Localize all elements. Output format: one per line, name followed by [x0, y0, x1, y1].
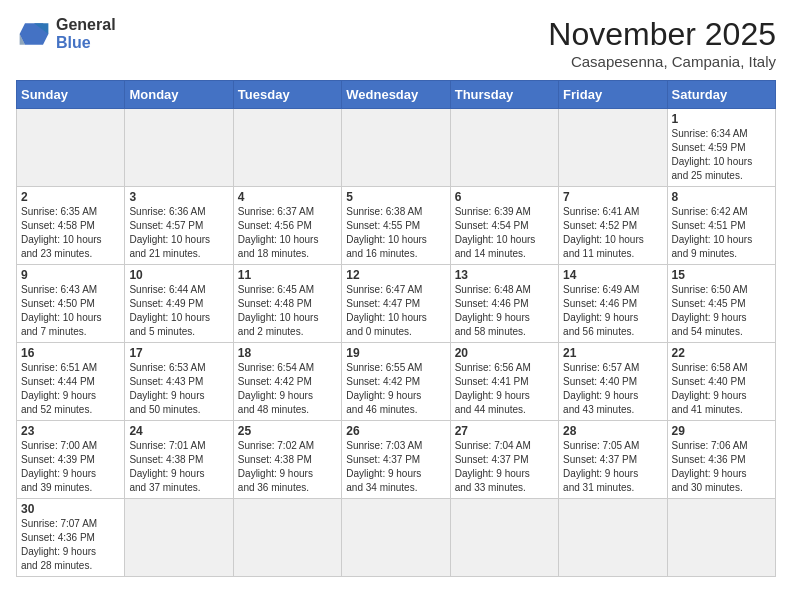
calendar-header-sunday: Sunday	[17, 81, 125, 109]
logo-icon	[16, 16, 52, 52]
day-number: 14	[563, 268, 662, 282]
calendar-week-row: 30Sunrise: 7:07 AM Sunset: 4:36 PM Dayli…	[17, 499, 776, 577]
calendar-cell: 19Sunrise: 6:55 AM Sunset: 4:42 PM Dayli…	[342, 343, 450, 421]
day-info: Sunrise: 7:04 AM Sunset: 4:37 PM Dayligh…	[455, 439, 554, 495]
calendar-header-wednesday: Wednesday	[342, 81, 450, 109]
day-info: Sunrise: 7:01 AM Sunset: 4:38 PM Dayligh…	[129, 439, 228, 495]
day-info: Sunrise: 6:45 AM Sunset: 4:48 PM Dayligh…	[238, 283, 337, 339]
day-number: 11	[238, 268, 337, 282]
day-number: 16	[21, 346, 120, 360]
day-number: 17	[129, 346, 228, 360]
calendar-cell: 11Sunrise: 6:45 AM Sunset: 4:48 PM Dayli…	[233, 265, 341, 343]
day-number: 8	[672, 190, 771, 204]
day-info: Sunrise: 7:03 AM Sunset: 4:37 PM Dayligh…	[346, 439, 445, 495]
calendar-cell: 23Sunrise: 7:00 AM Sunset: 4:39 PM Dayli…	[17, 421, 125, 499]
calendar-cell	[125, 499, 233, 577]
calendar-header-row: SundayMondayTuesdayWednesdayThursdayFrid…	[17, 81, 776, 109]
day-info: Sunrise: 7:05 AM Sunset: 4:37 PM Dayligh…	[563, 439, 662, 495]
day-number: 6	[455, 190, 554, 204]
calendar-cell	[450, 499, 558, 577]
calendar-cell: 22Sunrise: 6:58 AM Sunset: 4:40 PM Dayli…	[667, 343, 775, 421]
calendar-cell	[17, 109, 125, 187]
day-info: Sunrise: 6:34 AM Sunset: 4:59 PM Dayligh…	[672, 127, 771, 183]
day-number: 3	[129, 190, 228, 204]
calendar-cell: 4Sunrise: 6:37 AM Sunset: 4:56 PM Daylig…	[233, 187, 341, 265]
day-info: Sunrise: 6:38 AM Sunset: 4:55 PM Dayligh…	[346, 205, 445, 261]
day-info: Sunrise: 6:56 AM Sunset: 4:41 PM Dayligh…	[455, 361, 554, 417]
day-info: Sunrise: 6:41 AM Sunset: 4:52 PM Dayligh…	[563, 205, 662, 261]
calendar-header-tuesday: Tuesday	[233, 81, 341, 109]
day-info: Sunrise: 6:50 AM Sunset: 4:45 PM Dayligh…	[672, 283, 771, 339]
calendar-cell	[342, 109, 450, 187]
calendar-cell	[667, 499, 775, 577]
calendar-cell: 15Sunrise: 6:50 AM Sunset: 4:45 PM Dayli…	[667, 265, 775, 343]
day-number: 18	[238, 346, 337, 360]
day-info: Sunrise: 6:37 AM Sunset: 4:56 PM Dayligh…	[238, 205, 337, 261]
day-info: Sunrise: 6:57 AM Sunset: 4:40 PM Dayligh…	[563, 361, 662, 417]
calendar-week-row: 2Sunrise: 6:35 AM Sunset: 4:58 PM Daylig…	[17, 187, 776, 265]
day-number: 1	[672, 112, 771, 126]
day-info: Sunrise: 6:55 AM Sunset: 4:42 PM Dayligh…	[346, 361, 445, 417]
calendar-cell: 18Sunrise: 6:54 AM Sunset: 4:42 PM Dayli…	[233, 343, 341, 421]
day-number: 12	[346, 268, 445, 282]
day-number: 19	[346, 346, 445, 360]
day-number: 28	[563, 424, 662, 438]
calendar-cell	[125, 109, 233, 187]
day-info: Sunrise: 6:49 AM Sunset: 4:46 PM Dayligh…	[563, 283, 662, 339]
day-info: Sunrise: 7:07 AM Sunset: 4:36 PM Dayligh…	[21, 517, 120, 573]
day-info: Sunrise: 7:06 AM Sunset: 4:36 PM Dayligh…	[672, 439, 771, 495]
calendar-week-row: 9Sunrise: 6:43 AM Sunset: 4:50 PM Daylig…	[17, 265, 776, 343]
calendar-cell: 6Sunrise: 6:39 AM Sunset: 4:54 PM Daylig…	[450, 187, 558, 265]
day-info: Sunrise: 6:42 AM Sunset: 4:51 PM Dayligh…	[672, 205, 771, 261]
calendar-week-row: 16Sunrise: 6:51 AM Sunset: 4:44 PM Dayli…	[17, 343, 776, 421]
day-info: Sunrise: 6:58 AM Sunset: 4:40 PM Dayligh…	[672, 361, 771, 417]
calendar-week-row: 1Sunrise: 6:34 AM Sunset: 4:59 PM Daylig…	[17, 109, 776, 187]
page-subtitle: Casapesenna, Campania, Italy	[548, 53, 776, 70]
calendar-cell: 1Sunrise: 6:34 AM Sunset: 4:59 PM Daylig…	[667, 109, 775, 187]
day-info: Sunrise: 6:39 AM Sunset: 4:54 PM Dayligh…	[455, 205, 554, 261]
page-header: General Blue November 2025 Casapesenna, …	[16, 16, 776, 70]
day-info: Sunrise: 6:35 AM Sunset: 4:58 PM Dayligh…	[21, 205, 120, 261]
calendar-cell: 12Sunrise: 6:47 AM Sunset: 4:47 PM Dayli…	[342, 265, 450, 343]
calendar-cell: 29Sunrise: 7:06 AM Sunset: 4:36 PM Dayli…	[667, 421, 775, 499]
day-info: Sunrise: 6:48 AM Sunset: 4:46 PM Dayligh…	[455, 283, 554, 339]
calendar-header-thursday: Thursday	[450, 81, 558, 109]
calendar-week-row: 23Sunrise: 7:00 AM Sunset: 4:39 PM Dayli…	[17, 421, 776, 499]
logo-text: General Blue	[56, 16, 116, 52]
day-number: 23	[21, 424, 120, 438]
calendar-header-saturday: Saturday	[667, 81, 775, 109]
day-info: Sunrise: 6:43 AM Sunset: 4:50 PM Dayligh…	[21, 283, 120, 339]
calendar-cell	[233, 109, 341, 187]
day-info: Sunrise: 6:54 AM Sunset: 4:42 PM Dayligh…	[238, 361, 337, 417]
calendar-cell: 3Sunrise: 6:36 AM Sunset: 4:57 PM Daylig…	[125, 187, 233, 265]
day-number: 15	[672, 268, 771, 282]
calendar-cell: 5Sunrise: 6:38 AM Sunset: 4:55 PM Daylig…	[342, 187, 450, 265]
day-info: Sunrise: 6:44 AM Sunset: 4:49 PM Dayligh…	[129, 283, 228, 339]
calendar-cell	[450, 109, 558, 187]
day-info: Sunrise: 7:02 AM Sunset: 4:38 PM Dayligh…	[238, 439, 337, 495]
day-number: 22	[672, 346, 771, 360]
calendar-cell: 21Sunrise: 6:57 AM Sunset: 4:40 PM Dayli…	[559, 343, 667, 421]
calendar-cell: 27Sunrise: 7:04 AM Sunset: 4:37 PM Dayli…	[450, 421, 558, 499]
day-number: 25	[238, 424, 337, 438]
day-number: 4	[238, 190, 337, 204]
page-title: November 2025	[548, 16, 776, 53]
day-number: 5	[346, 190, 445, 204]
day-number: 20	[455, 346, 554, 360]
day-number: 27	[455, 424, 554, 438]
calendar-cell: 30Sunrise: 7:07 AM Sunset: 4:36 PM Dayli…	[17, 499, 125, 577]
calendar-cell	[342, 499, 450, 577]
day-number: 10	[129, 268, 228, 282]
day-info: Sunrise: 6:47 AM Sunset: 4:47 PM Dayligh…	[346, 283, 445, 339]
calendar-table: SundayMondayTuesdayWednesdayThursdayFrid…	[16, 80, 776, 577]
calendar-cell	[233, 499, 341, 577]
calendar-cell: 10Sunrise: 6:44 AM Sunset: 4:49 PM Dayli…	[125, 265, 233, 343]
day-number: 7	[563, 190, 662, 204]
calendar-cell: 20Sunrise: 6:56 AM Sunset: 4:41 PM Dayli…	[450, 343, 558, 421]
day-number: 2	[21, 190, 120, 204]
calendar-header-friday: Friday	[559, 81, 667, 109]
day-number: 26	[346, 424, 445, 438]
calendar-cell: 25Sunrise: 7:02 AM Sunset: 4:38 PM Dayli…	[233, 421, 341, 499]
day-number: 24	[129, 424, 228, 438]
day-number: 9	[21, 268, 120, 282]
